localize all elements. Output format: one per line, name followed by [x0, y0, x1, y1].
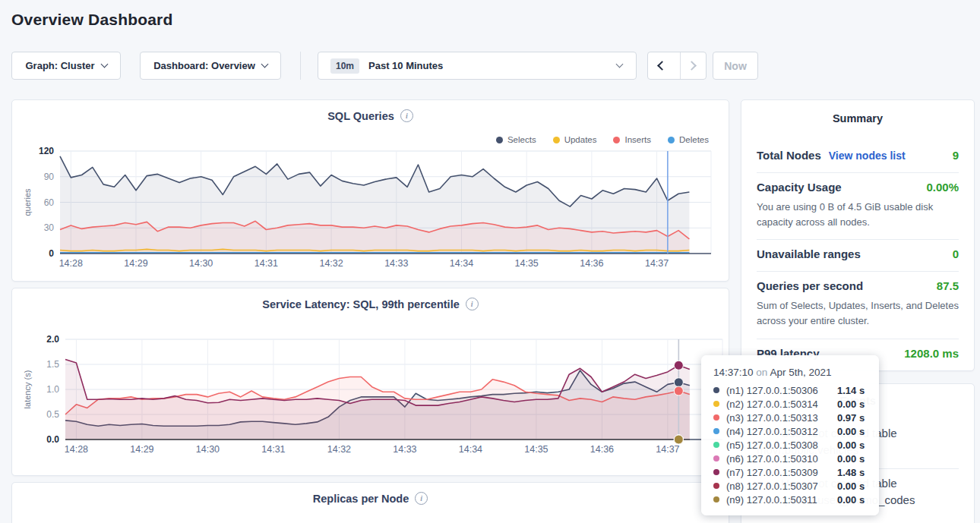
- svg-text:14:35: 14:35: [524, 444, 548, 455]
- svg-text:1.0: 1.0: [46, 384, 59, 395]
- summary-title: Summary: [757, 112, 959, 124]
- queries-per-second-value: 87.5: [937, 279, 959, 292]
- tooltip-node-value: 0.00 s: [837, 494, 865, 506]
- series-dot-icon: [713, 442, 719, 448]
- dashboard-dropdown[interactable]: Dashboard: Overview: [140, 52, 281, 80]
- now-button[interactable]: Now: [713, 52, 758, 80]
- svg-text:14:29: 14:29: [124, 258, 147, 269]
- tooltip-node-value: 1.14 s: [837, 385, 865, 396]
- service-latency-panel: Service Latency: SQL, 99th percentile i …: [11, 288, 729, 476]
- graph-dropdown[interactable]: Graph: Cluster: [11, 52, 121, 80]
- tooltip-node-value: 0.00 s: [837, 399, 865, 410]
- svg-text:14:28: 14:28: [65, 444, 88, 455]
- svg-text:14:30: 14:30: [189, 258, 213, 269]
- tooltip-node-value: 0.00 s: [837, 440, 865, 451]
- svg-text:14:36: 14:36: [580, 258, 603, 269]
- svg-text:14:28: 14:28: [59, 258, 83, 269]
- tooltip-node-value: 0.00 s: [837, 453, 865, 465]
- tooltip-node-value: 1.48 s: [837, 467, 865, 478]
- series-dot-icon: [713, 469, 719, 475]
- tooltip-node-label: (n1) 127.0.0.1:50306: [726, 385, 837, 396]
- series-dot-icon: [713, 401, 719, 407]
- time-forward-button[interactable]: [680, 52, 706, 79]
- svg-text:0.5: 0.5: [46, 409, 59, 420]
- unavailable-ranges-value: 0: [953, 247, 959, 260]
- p99-latency-value: 1208.0 ms: [904, 347, 959, 360]
- series-dot-icon: [713, 387, 719, 393]
- chevron-left-icon: [657, 61, 667, 71]
- svg-text:2.0: 2.0: [46, 334, 59, 345]
- view-nodes-list-link[interactable]: View nodes list: [829, 150, 906, 162]
- queries-per-second-description: Sum of Selects, Updates, Inserts, and De…: [757, 298, 959, 329]
- svg-text:14:34: 14:34: [450, 258, 473, 269]
- chart-hover-tooltip: 14:37:10 on Apr 5th, 2021 (n1) 127.0.0.1…: [701, 355, 879, 515]
- svg-text:14:29: 14:29: [130, 444, 153, 455]
- chevron-down-icon: [261, 61, 268, 68]
- svg-text:14:34: 14:34: [459, 444, 482, 455]
- tooltip-date: Apr 5th, 2021: [770, 367, 831, 378]
- queries-per-second-label: Queries per second: [757, 279, 863, 292]
- svg-text:30: 30: [44, 222, 55, 233]
- replicas-per-node-title-text: Replicas per Node: [313, 493, 409, 505]
- tooltip-node-label: (n6) 127.0.0.1:50310: [726, 453, 837, 465]
- svg-text:1.5: 1.5: [46, 359, 59, 370]
- tooltip-node-row: (n7) 127.0.0.1:503091.48 s: [713, 465, 867, 479]
- svg-text:14:30: 14:30: [196, 444, 220, 455]
- svg-text:latency (s): latency (s): [23, 370, 32, 409]
- tooltip-node-label: (n5) 127.0.0.1:50308: [726, 440, 837, 451]
- controls-divider: [300, 52, 301, 80]
- total-nodes-label: Total Nodes: [757, 149, 821, 162]
- series-dot-icon: [713, 428, 719, 434]
- svg-text:90: 90: [44, 172, 55, 182]
- time-range-badge: 10m: [330, 58, 359, 74]
- tooltip-node-value: 0.00 s: [837, 426, 865, 437]
- tooltip-node-label: (n8) 127.0.0.1:50307: [726, 480, 837, 492]
- capacity-usage-description: You are using 0 B of 4.5 GiB usable disk…: [757, 200, 959, 230]
- svg-text:60: 60: [44, 197, 55, 208]
- tooltip-node-row: (n9) 127.0.0.1:503110.00 s: [713, 493, 867, 506]
- tooltip-on-word: on: [756, 367, 767, 378]
- tooltip-node-label: (n7) 127.0.0.1:50309: [726, 467, 837, 478]
- svg-text:queries: queries: [23, 188, 32, 216]
- tooltip-rows: (n1) 127.0.0.1:503061.14 s(n2) 127.0.0.1…: [713, 383, 867, 506]
- unavailable-ranges-label: Unavailable ranges: [757, 247, 861, 260]
- svg-text:14:37: 14:37: [656, 444, 679, 455]
- series-dot-icon: [713, 455, 719, 462]
- tooltip-node-value: 0.00 s: [837, 480, 865, 492]
- info-icon[interactable]: i: [415, 492, 428, 505]
- svg-text:14:31: 14:31: [261, 444, 285, 455]
- tooltip-node-row: (n4) 127.0.0.1:503120.00 s: [713, 424, 867, 438]
- svg-text:120: 120: [39, 146, 54, 156]
- replicas-per-node-title: Replicas per Node i: [12, 492, 729, 505]
- time-range-dropdown[interactable]: 10m Past 10 Minutes: [318, 52, 637, 80]
- svg-text:0.0: 0.0: [46, 434, 59, 445]
- tooltip-node-row: (n5) 127.0.0.1:503080.00 s: [713, 438, 867, 452]
- series-dot-icon: [713, 483, 719, 489]
- time-nav-group: [647, 52, 707, 80]
- svg-text:14:37: 14:37: [645, 258, 669, 269]
- sql-queries-chart[interactable]: 030609012014:2814:2914:3014:3114:3214:33…: [12, 100, 730, 282]
- chevron-down-icon: [100, 61, 108, 68]
- svg-text:14:33: 14:33: [384, 258, 408, 269]
- tooltip-node-row: (n3) 127.0.0.1:503130.97 s: [713, 411, 867, 424]
- tooltip-node-row: (n6) 127.0.0.1:503100.00 s: [713, 452, 867, 465]
- time-back-button[interactable]: [648, 52, 673, 79]
- tooltip-node-label: (n2) 127.0.0.1:50314: [726, 399, 837, 410]
- tooltip-time: 14:37:10: [713, 367, 754, 378]
- summary-row-total-nodes: Total Nodes View nodes list 9: [757, 141, 959, 172]
- time-range-label: Past 10 Minutes: [368, 60, 443, 71]
- svg-text:14:35: 14:35: [515, 258, 539, 269]
- service-latency-chart[interactable]: 0.00.51.01.52.014:2814:2914:3014:3114:32…: [12, 288, 730, 477]
- capacity-usage-value: 0.00%: [926, 181, 959, 194]
- summary-row-unavailable: Unavailable ranges 0: [757, 240, 959, 271]
- series-dot-icon: [713, 414, 719, 421]
- dashboard-dropdown-label: Dashboard: Overview: [153, 60, 255, 71]
- tooltip-timestamp: 14:37:10 on Apr 5th, 2021: [713, 367, 867, 378]
- tooltip-node-row: (n1) 127.0.0.1:503061.14 s: [713, 383, 867, 397]
- chevron-right-icon: [687, 61, 697, 71]
- svg-text:14:31: 14:31: [254, 258, 278, 269]
- tooltip-node-value: 0.97 s: [837, 412, 865, 424]
- tooltip-node-label: (n3) 127.0.0.1:50313: [726, 412, 837, 424]
- summary-panel: Summary Total Nodes View nodes list 9 Ca…: [741, 99, 975, 371]
- svg-text:14:33: 14:33: [393, 444, 416, 455]
